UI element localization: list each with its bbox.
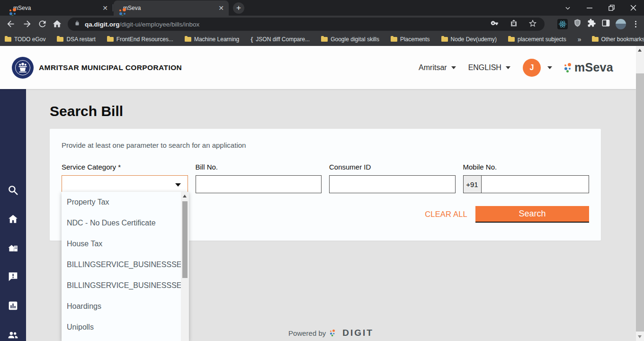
folder-icon xyxy=(508,37,515,42)
home-button[interactable] xyxy=(52,19,62,29)
bookmark-item[interactable]: Google digital skills xyxy=(321,36,379,43)
municipal-emblem-logo xyxy=(12,57,34,79)
dropdown-option[interactable]: NDC - No Dues Certificate xyxy=(62,213,181,233)
bookmark-item[interactable]: Node Dev(udemy) xyxy=(441,36,497,43)
bookmark-item[interactable]: Placements xyxy=(391,36,430,43)
field-consumer-id: Consumer ID xyxy=(329,163,456,193)
share-icon[interactable] xyxy=(510,19,518,29)
other-bookmarks-button[interactable]: Other bookmarks xyxy=(592,36,644,43)
folder-icon xyxy=(321,37,328,42)
page-scroll-thumb[interactable] xyxy=(636,73,644,332)
field-mobile-no: Mobile No. +91 xyxy=(463,163,590,193)
chrome-menu-icon[interactable] xyxy=(631,21,640,27)
minimize-button[interactable] xyxy=(579,0,600,16)
bookmark-item[interactable]: placement subjects xyxy=(508,36,566,43)
tab-title: mSeva xyxy=(123,5,217,11)
browser-window: mSeva ✕ mSeva ✕ + qa.digit.org/digit-ui/… xyxy=(0,0,644,341)
close-window-button[interactable] xyxy=(622,0,644,16)
bookmark-item[interactable]: DSA restart xyxy=(57,36,95,43)
dropdown-scrollbar[interactable] xyxy=(181,192,189,341)
tab-close-icon[interactable]: ✕ xyxy=(101,4,109,12)
dropdown-option[interactable]: House Tax xyxy=(62,233,181,254)
bookmark-label: Placements xyxy=(400,36,430,43)
bookmark-item[interactable]: FrontEnd Resources... xyxy=(107,36,173,43)
digit-dots-icon xyxy=(330,330,336,336)
chrome-profile-avatar[interactable] xyxy=(616,19,626,29)
bookmark-star-icon[interactable] xyxy=(528,19,537,29)
bookmark-item[interactable]: TODO eGov xyxy=(5,36,45,43)
new-tab-button[interactable]: + xyxy=(233,2,244,14)
home-icon[interactable] xyxy=(7,213,19,225)
bookmark-label: FrontEnd Resources... xyxy=(116,36,173,43)
folder-icon xyxy=(107,37,114,42)
tab-mseva-2-active[interactable]: mSeva ✕ xyxy=(114,0,229,16)
language-selector[interactable]: ENGLISH xyxy=(468,63,510,72)
field-service-category: Service Category * xyxy=(62,163,188,193)
react-devtools-icon[interactable] xyxy=(557,19,568,29)
dropdown-option[interactable]: Unipolls xyxy=(62,317,181,338)
tab-search-chevron-icon[interactable] xyxy=(557,0,579,16)
property-tax-icon[interactable] xyxy=(7,242,19,254)
forward-button[interactable] xyxy=(22,19,32,29)
dropdown-scroll-thumb[interactable] xyxy=(182,201,188,278)
service-category-select[interactable] xyxy=(62,175,188,193)
tab-strip: mSeva ✕ mSeva ✕ + xyxy=(0,0,644,16)
tab-mseva-1[interactable]: mSeva ✕ xyxy=(4,0,113,16)
bookmark-label: Google digital skills xyxy=(331,36,379,43)
restore-button[interactable] xyxy=(600,0,622,16)
digit-brand-text: DIGIT xyxy=(342,328,374,338)
dropdown-option[interactable]: Hoardings xyxy=(62,296,181,317)
scroll-down-arrow-icon[interactable] xyxy=(638,335,642,338)
bookmarks-overflow-chevron[interactable]: » xyxy=(578,36,581,43)
field-label: Service Category * xyxy=(62,163,188,171)
mseva-logo: mSeva xyxy=(564,61,613,74)
bookmark-label: Node Dev(udemy) xyxy=(451,36,497,43)
reports-icon[interactable] xyxy=(7,300,19,312)
password-key-icon[interactable] xyxy=(491,19,499,29)
service-category-dropdown: Property Tax NDC - No Dues Certificate H… xyxy=(62,192,189,341)
dropdown-option[interactable]: BILLINGSERVICE_BUSINESSSE xyxy=(62,254,181,275)
scroll-up-arrow-icon[interactable] xyxy=(638,49,642,52)
back-button[interactable] xyxy=(6,19,16,29)
mobile-no-input[interactable] xyxy=(482,176,589,193)
app-header: AMRITSAR MUNICIPAL CORPORATION Amritsar … xyxy=(0,46,636,89)
tab-title: mSeva xyxy=(13,5,101,11)
page-scrollbar[interactable] xyxy=(636,46,644,341)
scroll-up-arrow-icon[interactable] xyxy=(183,195,187,197)
folder-icon xyxy=(57,37,63,42)
search-icon[interactable] xyxy=(7,184,19,196)
field-label: Bill No. xyxy=(196,163,322,171)
mobile-prefix: +91 xyxy=(464,176,482,193)
chevron-down-icon xyxy=(506,66,510,69)
url-path: /digit-ui/employee/bills/inbox xyxy=(120,21,200,28)
bill-no-input[interactable] xyxy=(196,175,322,193)
consumer-id-input[interactable] xyxy=(329,175,456,193)
complaints-icon[interactable] xyxy=(7,270,19,282)
select-caret-icon xyxy=(175,183,181,187)
address-bar[interactable]: qa.digit.org/digit-ui/employee/bills/inb… xyxy=(68,18,545,31)
citizens-icon[interactable] xyxy=(7,329,19,341)
dropdown-option[interactable]: BILLINGSERVICE_BUSINESSSE xyxy=(62,275,181,296)
url-host: qa.digit.org xyxy=(85,21,120,28)
json-brace-icon: { xyxy=(250,36,253,43)
bookmark-label: Machine Learning xyxy=(194,36,239,43)
dropdown-option[interactable]: Property Tax xyxy=(62,192,181,213)
search-hint-text: Provide at least one parameter to search… xyxy=(62,141,589,149)
lock-icon xyxy=(74,20,80,28)
search-button[interactable]: Search xyxy=(475,206,589,223)
bookmark-item[interactable]: Machine Learning xyxy=(185,36,239,43)
user-menu[interactable]: J xyxy=(523,59,552,77)
tab-close-icon[interactable]: ✕ xyxy=(217,4,225,12)
folder-icon xyxy=(391,37,397,42)
clear-all-button[interactable]: CLEAR ALL xyxy=(425,210,467,219)
user-avatar[interactable]: J xyxy=(523,59,541,77)
refresh-button[interactable] xyxy=(37,19,47,29)
city-label: Amritsar xyxy=(419,63,447,72)
shield-extension-icon[interactable] xyxy=(573,18,582,29)
bookmark-item[interactable]: {JSON diff Compare... xyxy=(250,36,310,43)
side-panel-icon[interactable] xyxy=(601,18,610,29)
mseva-brand-text: mSeva xyxy=(574,61,613,74)
extensions-puzzle-icon[interactable] xyxy=(587,18,596,29)
tab-divider xyxy=(113,4,113,11)
city-selector[interactable]: Amritsar xyxy=(419,63,456,72)
